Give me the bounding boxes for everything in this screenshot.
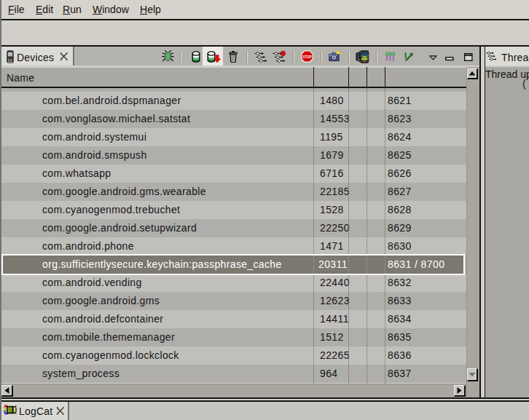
svg-text:STOP: STOP: [303, 55, 312, 59]
